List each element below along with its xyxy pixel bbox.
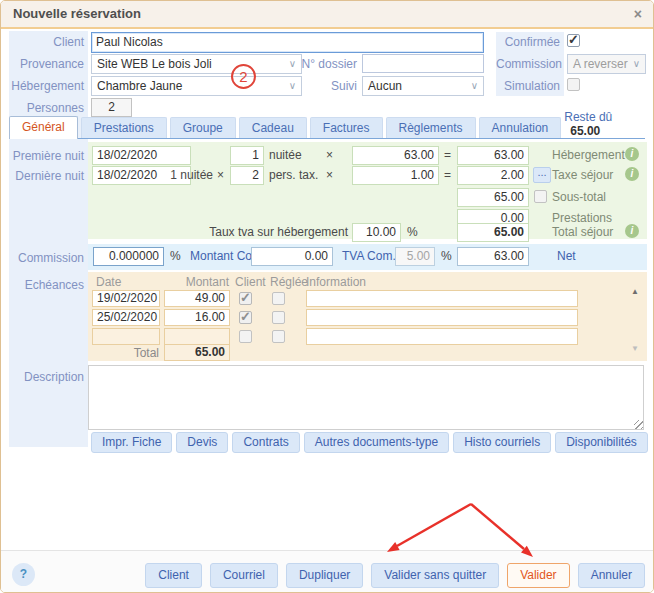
col-client: Client bbox=[235, 275, 266, 289]
courriel-button[interactable]: Courriel bbox=[210, 563, 278, 588]
description-textarea[interactable] bbox=[88, 365, 644, 430]
devis-button[interactable]: Devis bbox=[176, 432, 228, 453]
disponibilites-button[interactable]: Disponibilités bbox=[555, 432, 648, 453]
taxe-row-label: Taxe séjour bbox=[552, 168, 613, 182]
provenance-select[interactable]: Site WEB Le bois Joli ∨ bbox=[91, 54, 302, 74]
echeance-montant-input[interactable] bbox=[164, 328, 230, 345]
hebergement-select[interactable]: Chambre Jaune ∨ bbox=[91, 76, 302, 96]
info-icon[interactable]: i bbox=[625, 167, 639, 181]
equals-sign: = bbox=[444, 148, 451, 162]
chevron-down-icon: ∨ bbox=[633, 59, 640, 69]
valider-button[interactable]: Valider bbox=[507, 563, 569, 588]
echeance-information-input[interactable] bbox=[306, 309, 578, 326]
echeance-montant-input[interactable]: 49.00 bbox=[164, 290, 230, 307]
resize-handle-icon[interactable] bbox=[634, 420, 643, 429]
suivi-select[interactable]: Aucun ∨ bbox=[362, 76, 484, 96]
reste-du-value: 65.00 bbox=[570, 124, 600, 138]
nuits-unit-label: nuitée bbox=[269, 148, 302, 162]
confirmee-label: Confirmée bbox=[496, 32, 560, 52]
col-information: Information bbox=[306, 275, 366, 289]
echeance-reglee-checkbox[interactable] bbox=[272, 311, 285, 324]
info-icon[interactable]: i bbox=[625, 147, 639, 161]
sous-total-checkbox[interactable] bbox=[534, 190, 547, 203]
tab-groupe[interactable]: Groupe bbox=[170, 117, 236, 138]
tab-reglements[interactable]: Règlements bbox=[386, 117, 476, 138]
autres-documents-button[interactable]: Autres documents-type bbox=[304, 432, 449, 453]
provenance-label: Provenance bbox=[9, 54, 84, 74]
client-button[interactable]: Client bbox=[145, 563, 202, 588]
net-label: Net bbox=[557, 249, 576, 263]
echeance-information-input[interactable] bbox=[306, 290, 578, 307]
dupliquer-button[interactable]: Dupliquer bbox=[286, 563, 363, 588]
chevron-down-icon: ∨ bbox=[289, 59, 296, 69]
premiere-nuit-label: Première nuit bbox=[9, 146, 84, 166]
tab-annulation[interactable]: Annulation bbox=[479, 117, 562, 138]
taxe-more-button[interactable]: ... bbox=[533, 167, 551, 183]
echeances-label: Echéances bbox=[9, 275, 84, 295]
info-icon[interactable]: i bbox=[625, 224, 639, 238]
taxe-prefix-label: 1 nuitée bbox=[121, 168, 213, 182]
title-bar: Nouvelle réservation × bbox=[1, 1, 653, 29]
tab-prestations[interactable]: Prestations bbox=[81, 117, 167, 138]
commission-select[interactable]: A reverser ∨ bbox=[567, 54, 646, 74]
tva-hebergement-label: Taux tva sur hébergement bbox=[181, 225, 348, 239]
scroll-down-icon[interactable]: ▼ bbox=[631, 344, 639, 353]
tab-general[interactable]: Général bbox=[9, 116, 78, 139]
montant-com-input[interactable]: 0.00 bbox=[251, 247, 333, 266]
tva-com-input[interactable]: 5.00 bbox=[395, 247, 435, 266]
chevron-down-icon: ∨ bbox=[471, 81, 478, 91]
annuler-button[interactable]: Annuler bbox=[578, 563, 645, 588]
tab-cadeau[interactable]: Cadeau bbox=[239, 117, 307, 138]
contrats-button[interactable]: Contrats bbox=[232, 432, 299, 453]
prix-nuit-input[interactable]: 63.00 bbox=[352, 146, 439, 165]
times-sign: × bbox=[326, 148, 333, 162]
net-input[interactable]: 63.00 bbox=[457, 247, 529, 266]
derniere-nuit-label: Dernière nuit bbox=[9, 166, 84, 186]
col-montant: Montant bbox=[169, 275, 229, 289]
scroll-up-icon[interactable]: ▲ bbox=[631, 287, 639, 296]
prestations-label: Prestations bbox=[552, 211, 612, 225]
reste-du-label: Reste dû bbox=[564, 110, 612, 124]
client-input[interactable]: Paul Nicolas bbox=[91, 32, 484, 53]
valider-sans-quitter-button[interactable]: Valider sans quitter bbox=[371, 563, 499, 588]
echeance-reglee-checkbox[interactable] bbox=[272, 292, 285, 305]
tva-rate-input[interactable]: 10.00 bbox=[352, 223, 401, 242]
pers-tax-unit-label: pers. tax. bbox=[269, 168, 318, 182]
close-icon[interactable]: × bbox=[634, 6, 642, 22]
commission-rate-input[interactable]: 0.000000 bbox=[93, 247, 164, 266]
impr-fiche-button[interactable]: Impr. Fiche bbox=[91, 432, 172, 453]
nuits-count-input[interactable]: 1 bbox=[230, 146, 264, 165]
total-sejour-input[interactable]: 65.00 bbox=[457, 223, 529, 242]
simulation-checkbox[interactable] bbox=[567, 78, 580, 91]
echeance-reglee-checkbox[interactable] bbox=[272, 330, 285, 343]
percent-sign: % bbox=[441, 249, 452, 263]
dossier-input[interactable] bbox=[362, 54, 484, 73]
commission-value: A reverser bbox=[573, 55, 628, 73]
hebergement-total-input[interactable]: 63.00 bbox=[457, 146, 529, 165]
dossier-label: N° dossier bbox=[297, 54, 357, 74]
suivi-label: Suivi bbox=[297, 76, 357, 96]
footer-buttons: Client Courriel Dupliquer Valider sans q… bbox=[145, 563, 645, 588]
echeance-date-input[interactable] bbox=[92, 328, 160, 345]
taxe-rate-input[interactable]: 1.00 bbox=[352, 166, 439, 185]
echeance-client-checkbox[interactable] bbox=[239, 330, 252, 343]
sous-total-input[interactable]: 65.00 bbox=[457, 188, 529, 207]
echeance-client-checkbox[interactable] bbox=[239, 311, 252, 324]
tab-factures[interactable]: Factures bbox=[310, 117, 383, 138]
pers-tax-count-input[interactable]: 2 bbox=[230, 166, 264, 185]
taxe-total-input[interactable]: 2.00 bbox=[457, 166, 529, 185]
echeance-client-checkbox[interactable] bbox=[239, 292, 252, 305]
hebergement-row-label: Hébergement bbox=[552, 148, 625, 162]
confirmee-checkbox[interactable] bbox=[567, 34, 580, 47]
echeance-information-input[interactable] bbox=[306, 328, 578, 345]
echeance-date-input[interactable]: 19/02/2020 bbox=[92, 290, 160, 307]
commission-label: Commission bbox=[9, 248, 84, 268]
sous-total-label: Sous-total bbox=[552, 190, 606, 204]
premiere-nuit-input[interactable]: 18/02/2020 bbox=[92, 146, 191, 165]
echeance-date-input[interactable]: 25/02/2020 bbox=[92, 309, 160, 326]
histo-courriels-button[interactable]: Histo courriels bbox=[453, 432, 551, 453]
help-button[interactable]: ? bbox=[12, 563, 35, 586]
tab-strip: Général Prestations Groupe Cadeau Factur… bbox=[9, 113, 645, 139]
echeance-montant-input[interactable]: 16.00 bbox=[164, 309, 230, 326]
simulation-label: Simulation bbox=[496, 76, 560, 96]
